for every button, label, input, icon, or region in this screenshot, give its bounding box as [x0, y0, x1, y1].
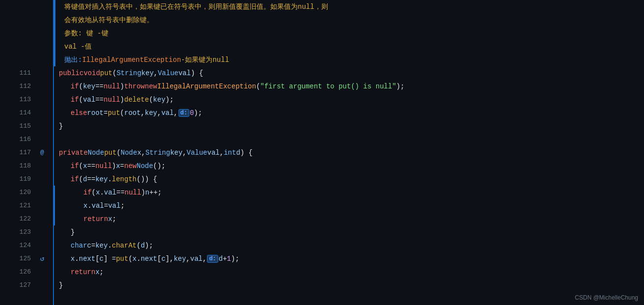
code-line-117: private Node put ( Node x , String key ,…	[54, 146, 644, 159]
code-line-118: if ( x == null ) x = new Node ();	[54, 159, 644, 172]
comment-line-1: 将键值对插入符号表中，如果键已在符号表中，则用新值覆盖旧值。如果值为null，则	[60, 0, 644, 13]
code-line-116	[54, 133, 644, 146]
comment-body: 将键值对插入符号表中，如果键已在符号表中，则用新值覆盖旧值。如果值为null，则…	[54, 0, 644, 66]
code-line-125: x . next [ c ] = put ( x . next [ c ], k…	[54, 252, 644, 265]
gutter-row-114: 114	[0, 106, 53, 119]
comment-param-val: val -值	[60, 40, 644, 53]
watermark: CSDN @MichelleChung	[575, 294, 638, 301]
gutter-row-121: 121	[0, 199, 53, 212]
gutter-row-122: 122	[0, 212, 53, 225]
gutter-row-127: 127	[0, 278, 53, 292]
comment-throws: 抛出: IllegalArgumentException -如果键为null	[60, 53, 644, 66]
code-line-127: }	[54, 278, 644, 292]
gutter-row-118: 118	[0, 159, 53, 172]
code-line-115: }	[54, 119, 644, 133]
comment-section: 将键值对插入符号表中，如果键已在符号表中，则用新值覆盖旧值。如果值为null，则…	[0, 0, 644, 66]
gutter-row-115: 115	[0, 119, 53, 133]
code-line-121: x . val = val ;	[54, 199, 644, 212]
code-line-124: char c = key . charAt ( d );	[54, 239, 644, 252]
gutter-row-112: 112	[0, 80, 53, 93]
line-gutter: 111 112 113 114	[0, 66, 54, 305]
code-line-122: return x ;	[54, 212, 644, 225]
gutter-row-117: 117 @	[0, 146, 53, 159]
code-line-123: }	[54, 225, 644, 239]
comment-line-2: 会有效地从符号表中删除键。	[60, 13, 644, 27]
code-line-112: if ( key == null ) throw new IllegalArgu…	[54, 80, 644, 93]
code-line-120: if ( x . val == null ) n ++;	[54, 186, 644, 199]
gutter-row-116: 116	[0, 133, 53, 146]
code-line-113: if ( val == null ) delete ( key );	[54, 93, 644, 106]
gutter-row-119: 119	[0, 172, 53, 186]
comment-param-key: 参数: 键 -键	[60, 27, 644, 40]
editor-container: 将键值对插入符号表中，如果键已在符号表中，则用新值覆盖旧值。如果值为null，则…	[0, 0, 644, 305]
gutter-row-125: 125 ↺	[0, 252, 53, 265]
inline-tag-d-125: d:	[207, 255, 218, 263]
gutter-row-113: 113	[0, 93, 53, 106]
code-line-114: else root = put ( root , key , val , d: …	[54, 106, 644, 119]
gutter-row-124: 124	[0, 239, 53, 252]
gutter-row-111: 111	[0, 66, 53, 80]
code-line-126: return x ;	[54, 265, 644, 278]
code-line-119: if ( d == key . length ()) {	[54, 172, 644, 186]
gutter-row-126: 126	[0, 265, 53, 278]
code-area: 111 112 113 114	[0, 66, 644, 305]
code-content: public void put ( String key , Value val…	[54, 66, 644, 305]
code-line-111: public void put ( String key , Value val…	[54, 66, 644, 80]
gutter-row-123: 123	[0, 225, 53, 239]
gutter-row-120: 120	[0, 186, 53, 199]
inline-tag-d-114: d:	[179, 109, 189, 117]
